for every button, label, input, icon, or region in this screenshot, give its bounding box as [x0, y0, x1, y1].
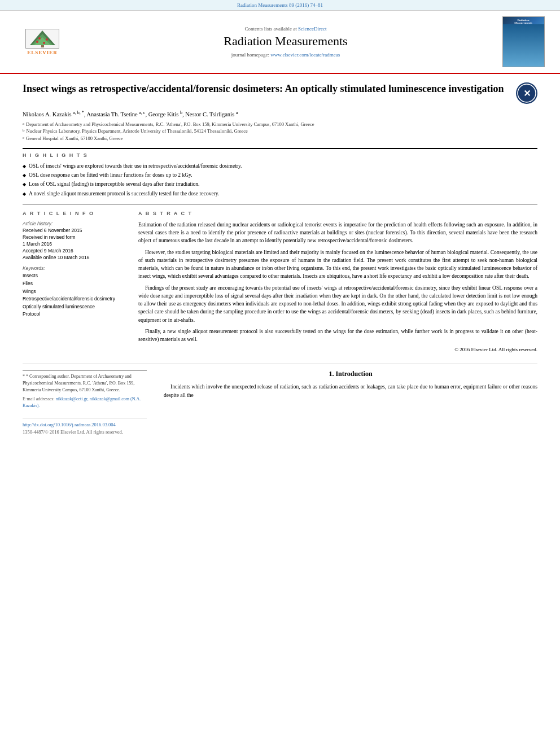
homepage-url[interactable]: www.elsevier.com/locate/radmeas [270, 52, 340, 58]
aff-text-a: Department of Archaeometry and Physicoch… [26, 121, 314, 128]
journal-homepage-line: journal homepage: www.elsevier.com/locat… [79, 52, 492, 58]
keyword-6: Protocol [23, 311, 127, 318]
footnote-body: * Corresponding author. Department of Ar… [23, 374, 134, 392]
bottom-two-col: * * Corresponding author. Department of … [23, 370, 537, 436]
abstract-heading: A B S T R A C T [138, 211, 537, 216]
main-content: Insect wings as retrospective/accidental… [0, 74, 560, 447]
aff-text-b: Nuclear Physics Laboratory, Physics Depa… [27, 128, 248, 135]
highlight-text-4: A novel single aliquot measurement proto… [29, 190, 219, 198]
intro-title: Introduction [335, 370, 372, 378]
journal-title: Radiation Measurements [79, 34, 492, 49]
highlights-section: H I G H L I G H T S ◆ OSL of insects' wi… [23, 152, 537, 198]
introduction-col: 1. Introduction Incidents which involve … [164, 370, 537, 436]
author-4: Nestor C. Tsirliganis a [185, 111, 238, 117]
available-date: Available online 10 March 2016 [23, 255, 127, 261]
two-col-section: A R T I C L E I N F O Article history: R… [23, 211, 537, 353]
top-bar: Radiation Measurements 89 (2016) 74–81 [0, 0, 560, 11]
article-info-col: A R T I C L E I N F O Article history: R… [23, 211, 127, 353]
abstract-text: Estimation of the radiation released dur… [138, 221, 537, 344]
doi-link[interactable]: http://dx.doi.org/10.1016/j.radmeas.2016… [23, 421, 147, 429]
revised-date: 1 March 2016 [23, 241, 127, 248]
copyright-line: © 2016 Elsevier Ltd. All rights reserved… [138, 347, 537, 352]
intro-heading: 1. Introduction [164, 370, 537, 378]
article-title: Insect wings as retrospective/accidental… [23, 82, 510, 95]
article-info-heading: A R T I C L E I N F O [23, 211, 127, 216]
keyword-2: Flies [23, 280, 127, 288]
crossmark-logo: ✕ [516, 82, 537, 104]
abstract-para-1: Estimation of the radiation released dur… [138, 221, 537, 245]
abstract-para-4: Finally, a new single aliquot measuremen… [138, 327, 537, 344]
keyword-1: Insects [23, 272, 127, 280]
received-date: Received 6 November 2015 [23, 228, 127, 234]
svg-point-6 [38, 37, 41, 40]
revised-label: Received in revised form [23, 234, 127, 241]
page: Radiation Measurements 89 (2016) 74–81 [0, 0, 560, 747]
author-3: George Kitis b [148, 111, 182, 117]
journal-cover-thumbnail: RadiationMeasurements [502, 16, 545, 67]
journal-citation: Radiation Measurements 89 (2016) 74–81 [237, 2, 323, 8]
abstract-col: A B S T R A C T Estimation of the radiat… [138, 211, 537, 353]
highlight-text-3: Loss of OSL signal (fading) is impercept… [29, 181, 200, 188]
bullet-1: ◆ [23, 163, 26, 170]
authors-line: Nikolaos A. Kazakis a, b, *, Anastasia T… [23, 110, 537, 117]
footer-links: http://dx.doi.org/10.1016/j.radmeas.2016… [23, 418, 147, 436]
affiliation-c: c General Hospital of Xanthi, 67100 Xant… [23, 135, 537, 142]
keyword-4: Retrospective/accidental/forensic dosime… [23, 295, 127, 303]
aff-sup-b: b [23, 128, 25, 135]
thick-divider-1 [23, 148, 537, 149]
science-direct-line: Contents lists available at ScienceDirec… [79, 26, 492, 32]
abstract-para-2: However, the studies targeting biologica… [138, 248, 537, 281]
svg-point-4 [36, 41, 38, 43]
science-direct-link[interactable]: ScienceDirect [298, 26, 326, 32]
highlight-3: ◆ Loss of OSL signal (fading) is imperce… [23, 181, 537, 188]
journal-cover-area: RadiationMeasurements [498, 16, 549, 67]
intro-number: 1. [329, 370, 334, 378]
history-label: Article history: [23, 221, 127, 226]
journal-header: ELSEVIER Contents lists available at Sci… [0, 11, 560, 74]
affiliations: a Department of Archaeometry and Physico… [23, 121, 537, 142]
footnote-text: * * Corresponding author. Department of … [23, 373, 147, 394]
crossmark-svg: ✕ [517, 83, 537, 103]
highlight-text-2: OSL dose response can be fitted with lin… [29, 172, 193, 179]
affiliation-b: b Nuclear Physics Laboratory, Physics De… [23, 128, 537, 135]
email-label: E-mail addresses: [23, 396, 55, 401]
journal-header-center: Contents lists available at ScienceDirec… [79, 26, 492, 58]
email-line: E-mail addresses: nikkazak@ceti.gr, nikk… [23, 396, 147, 409]
svg-point-5 [46, 38, 48, 41]
accepted-date: Accepted 9 March 2016 [23, 248, 127, 255]
cover-title-sm: RadiationMeasurements [513, 17, 533, 24]
aff-text-c: General Hospital of Xanthi, 67100 Xanthi… [26, 135, 123, 142]
divider-2 [23, 204, 537, 205]
affiliation-a: a Department of Archaeometry and Physico… [23, 121, 537, 128]
homepage-text: journal homepage: [231, 52, 269, 58]
highlight-2: ◆ OSL dose response can be fitted with l… [23, 172, 537, 179]
keyword-5: Optically stimulated luminescence [23, 303, 127, 311]
abstract-para-3: Findings of the present study are encour… [138, 284, 537, 324]
elsevier-label: ELSEVIER [27, 50, 58, 55]
elsevier-logo-area: ELSEVIER [11, 29, 73, 55]
bullet-2: ◆ [23, 172, 26, 179]
issn-line: 1350-4487/© 2016 Elsevier Ltd. All right… [23, 429, 123, 435]
highlights-heading: H I G H L I G H T S [23, 152, 537, 158]
tree-svg [27, 29, 58, 47]
bullet-4: ◆ [23, 191, 26, 198]
author-1: Nikolaos A. Kazakis a, b, * [23, 111, 84, 117]
aff-sup-c: c [23, 135, 24, 142]
page-break-line [23, 364, 537, 364]
aff-sup-a: a [23, 121, 24, 128]
highlight-4: ◆ A novel single aliquot measurement pro… [23, 190, 537, 198]
intro-text: Incidents which involve the unexpected r… [164, 383, 537, 399]
keywords-label: Keywords: [23, 265, 127, 271]
svg-text:✕: ✕ [523, 89, 531, 98]
footnote-col: * * Corresponding author. Department of … [23, 370, 147, 436]
elsevier-tree-icon [25, 29, 59, 49]
highlight-text-1: OSL of insects' wings are explored towar… [29, 163, 242, 170]
highlight-1: ◆ OSL of insects' wings are explored tow… [23, 163, 537, 170]
keyword-3: Wings [23, 288, 127, 296]
author-2: Anastasia Th. Tsetine a, c [86, 111, 145, 117]
cover-body-sm [503, 24, 544, 67]
bullet-3: ◆ [23, 181, 26, 188]
svg-point-7 [43, 42, 45, 44]
contents-text: Contents lists available at [245, 26, 297, 32]
article-title-section: Insect wings as retrospective/accidental… [23, 82, 537, 104]
